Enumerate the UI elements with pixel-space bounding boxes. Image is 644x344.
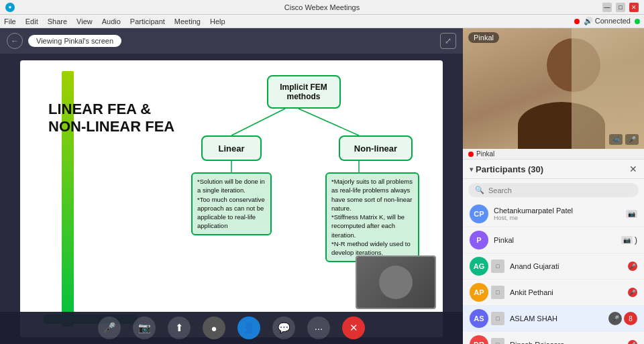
fullscreen-button[interactable]: ⤢ [440,33,456,49]
participant-info: Chetankumarpatel Patel Host, me [494,207,621,221]
participant-info: Dinesh Rojasara [510,341,623,344]
menu-file[interactable]: File [4,17,16,25]
participant-icons: 🎤 8 [608,312,637,325]
participants-panel: ▾ Participants (30) ✕ 🔍 CP Chetankumarpa… [463,160,644,344]
mic-button[interactable]: 🎤 [98,317,121,339]
participants-label: Participants (30) [476,164,543,174]
participant-name: Dinesh Rojasara [510,341,623,344]
share-button[interactable]: ⬆ [168,317,191,339]
audio-icon: ) [635,235,637,245]
slide-title: LINEAR FEA & NON-LINEAR FEA [48,101,182,136]
menu-audio[interactable]: Audio [102,17,121,25]
webcam-controls: 📹 🎤 [609,134,639,145]
list-item: AG □ Anand Gujarati 🎤 [463,253,644,280]
main-area: ← Viewing Pinkal's screen ⤢ LINEAR FEA &… [0,28,644,344]
avatar: AG [470,257,488,276]
back-button[interactable]: ← [7,33,23,49]
implicit-fem-box: Implicit FEM methods [267,75,341,109]
device-icon: □ [491,338,504,344]
video-icon: 📷 [621,236,633,244]
list-item: AP □ Ankit Pethani 🎤 [463,280,644,306]
list-item: DR □ Dinesh Rojasara 🎤 [463,332,644,344]
webcam-name-label: Pinkal [468,32,499,43]
participant-icons: 🎤 [628,340,637,344]
participant-info: Pinkal [494,236,616,244]
pinkal-label: Pinkal [476,150,494,158]
webcam-mic-icon[interactable]: 🎤 [625,134,639,145]
nonlinear-box: Non-linear [339,135,413,161]
nonlinear-description: *Majorly suits to all problems as real-l… [325,172,419,262]
list-item: P Pinkal 📷 ) [463,227,644,253]
list-item: AS □ ASLAM SHAH 🎤 8 [463,306,644,332]
mic-active-icon: 🎤 [608,312,622,325]
webcam-video-icon[interactable]: 📹 [609,134,623,145]
thumbnail-video [357,257,435,308]
window-title: Cisco Webex Meetings [284,3,360,11]
connected-bar: Pinkal [463,149,644,160]
window-controls[interactable]: — □ ✕ [602,3,639,12]
search-input[interactable] [488,186,632,194]
participant-icons: 📷 [626,210,637,218]
device-icon: □ [491,286,504,299]
video-button[interactable]: 📷 [133,317,156,339]
video-icon: 📷 [626,210,637,218]
participant-name: Anand Gujarati [510,262,623,270]
right-panel: Pinkal 📹 🎤 Pinkal ▾ Participants (30) ✕ … [463,28,644,344]
avatar: AS [470,309,488,328]
participants-header: ▾ Participants (30) ✕ [463,160,644,179]
device-icon: □ [491,260,504,273]
participant-name: ASLAM SHAH [510,314,603,323]
recording-indicator [574,19,580,24]
participant-icons: 🎤 [628,262,637,271]
app-icon: ● [5,3,15,12]
status-badge: 8 [624,312,637,325]
participants-title: ▾ Participants (30) [470,164,543,174]
rec-dot [468,152,474,157]
viewing-label: Viewing Pinkal's screen [28,35,121,47]
linear-description: *Solution will be done in a single itera… [191,172,272,235]
chat-button[interactable]: 💬 [272,317,295,339]
end-call-button[interactable]: ✕ [342,317,365,339]
avatar: AP [470,283,488,302]
title-bar: ● Cisco Webex Meetings — □ ✕ [0,0,644,15]
linear-box: Linear [201,135,262,161]
avatar: DR [470,335,488,344]
participant-name: Chetankumarpatel Patel [494,207,621,215]
minimize-button[interactable]: — [602,3,612,12]
participant-icons: 🎤 [628,288,637,297]
presentation-toolbar: ← Viewing Pinkal's screen ⤢ [0,28,463,54]
close-button[interactable]: ✕ [629,3,639,12]
svg-line-1 [299,109,359,135]
menu-view[interactable]: View [76,17,93,25]
participant-name: Pinkal [494,236,616,244]
participant-thumbnail [356,255,436,309]
menu-bar: File Edit Share View Audio Participant M… [0,15,644,28]
avatar: CP [470,205,488,223]
title-bar-left: ● [5,3,15,12]
participant-info: Anand Gujarati [510,262,623,270]
maximize-button[interactable]: □ [616,3,625,12]
avatar: P [470,231,488,249]
participant-info: Ankit Pethani [510,288,623,296]
search-icon: 🔍 [475,186,484,194]
webcam-video [463,28,644,149]
webcam-area: Pinkal 📹 🎤 [463,28,644,149]
close-participants-button[interactable]: ✕ [629,164,637,174]
bottom-toolbar: 🎤 📷 ⬆ ● 👤 💬 ··· ✕ [0,312,463,344]
menu-edit[interactable]: Edit [25,17,38,25]
participants-list: CP Chetankumarpatel Patel Host, me 📷 P P… [463,201,644,344]
menu-share[interactable]: Share [48,17,67,25]
menu-participant[interactable]: Participant [130,17,165,25]
participants-button[interactable]: 👤 [237,317,260,339]
participant-role: Host, me [494,215,621,221]
connected-status: 🔊 Connected [584,17,631,25]
menu-help[interactable]: Help [210,17,225,25]
participant-info: ASLAM SHAH [510,314,603,323]
mic-muted-icon: 🎤 [628,288,637,297]
mic-muted-icon: 🎤 [628,340,637,344]
more-button[interactable]: ··· [307,317,330,339]
toolbar-left: ← Viewing Pinkal's screen [7,33,121,49]
record-button[interactable]: ● [203,317,225,339]
participant-name: Ankit Pethani [510,288,623,296]
menu-meeting[interactable]: Meeting [174,17,201,25]
